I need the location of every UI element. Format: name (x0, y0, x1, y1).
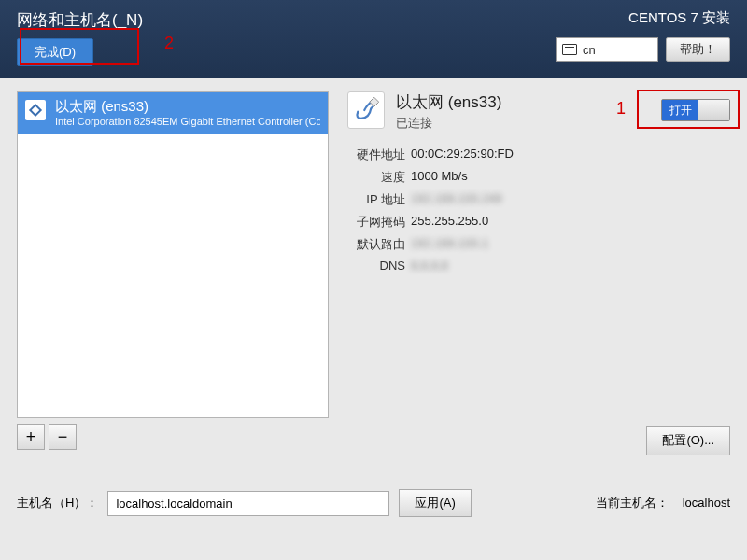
default-route-label: 默认路由 (347, 236, 405, 253)
ethernet-icon (25, 100, 46, 120)
keyboard-layout-selector[interactable]: cn (556, 37, 658, 62)
hostname-row: 主机名（H）： 应用(A) 当前主机名： localhost (17, 489, 730, 517)
remove-interface-button[interactable]: − (49, 424, 77, 450)
hw-address-label: 硬件地址 (347, 147, 405, 163)
page-title: 网络和主机名(_N) (17, 9, 730, 31)
nic-item-name: 以太网 (ens33) (55, 98, 320, 116)
configure-button[interactable]: 配置(O)... (646, 426, 730, 455)
hw-address-value: 00:0C:29:25:90:FD (411, 147, 514, 163)
svg-rect-0 (370, 97, 379, 106)
subnet-mask-label: 子网掩码 (347, 214, 405, 231)
detail-connection-status: 已连接 (396, 115, 501, 132)
toggle-thumb (698, 100, 729, 120)
interface-enable-toggle[interactable]: 打开 (661, 99, 730, 121)
detail-interface-name: 以太网 (ens33) (396, 91, 501, 113)
current-hostname-label: 当前主机名： (596, 496, 669, 510)
installer-header: 网络和主机名(_N) 完成(D) CENTOS 7 安装 cn 帮助！ 2 (0, 0, 747, 78)
add-interface-button[interactable]: + (17, 424, 45, 450)
speed-value: 1000 Mb/s (411, 169, 468, 186)
current-hostname-value: localhost (683, 496, 730, 510)
ip-address-value: 192.168.100.249 (411, 191, 502, 208)
toggle-on-label: 打开 (662, 100, 699, 120)
ip-address-label: IP 地址 (347, 191, 405, 208)
network-interface-list: 以太网 (ens33) Intel Corporation 82545EM Gi… (17, 91, 329, 418)
nic-item-description: Intel Corporation 82545EM Gigabit Ethern… (55, 116, 320, 127)
subnet-mask-value: 255.255.255.0 (411, 214, 488, 231)
installer-title: CENTOS 7 安装 (628, 9, 730, 27)
hostname-input[interactable] (107, 491, 389, 516)
speed-label: 速度 (347, 169, 405, 186)
help-button[interactable]: 帮助！ (666, 37, 730, 62)
hostname-label: 主机名（H）： (17, 495, 98, 511)
keyboard-icon (562, 44, 577, 55)
apply-hostname-button[interactable]: 应用(A) (399, 489, 471, 517)
keyboard-layout-label: cn (583, 43, 596, 57)
dns-value: 8.8.8.8 (411, 259, 448, 273)
done-button[interactable]: 完成(D) (17, 38, 93, 66)
interface-info-grid: 硬件地址00:0C:29:25:90:FD 速度1000 Mb/s IP 地址1… (347, 147, 730, 273)
dns-label: DNS (347, 259, 405, 273)
ethernet-cable-icon (347, 91, 385, 129)
annotation-number-2: 2 (164, 34, 174, 53)
content-area: 以太网 (ens33) Intel Corporation 82545EM Gi… (0, 78, 747, 560)
default-route-value: 192.168.100.1 (411, 236, 488, 253)
nic-item-ens33[interactable]: 以太网 (ens33) Intel Corporation 82545EM Gi… (18, 92, 328, 134)
